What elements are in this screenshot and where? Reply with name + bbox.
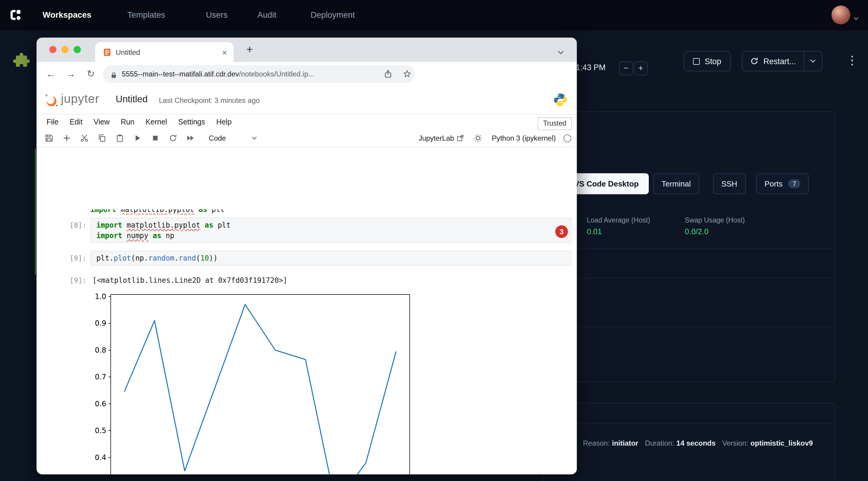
kernel-name[interactable]: Python 3 (ipykernel) bbox=[492, 134, 556, 142]
zoom-in-button[interactable]: + bbox=[634, 62, 648, 75]
nav-users[interactable]: Users bbox=[206, 10, 228, 19]
puzzle-icon bbox=[12, 51, 30, 71]
panel-divider bbox=[544, 327, 834, 327]
ssh-button[interactable]: SSH bbox=[713, 173, 746, 194]
menu-run[interactable]: Run bbox=[115, 118, 140, 126]
cell-type-dropdown[interactable]: Code bbox=[209, 134, 257, 142]
code-cell-input[interactable]: import matplotlib.pyplot as plt import n… bbox=[90, 217, 571, 243]
share-icon[interactable] bbox=[384, 70, 392, 81]
lock-icon[interactable] bbox=[111, 71, 117, 81]
open-jupyterlab-link[interactable]: JupyterLab bbox=[418, 134, 464, 142]
restart-kernel-icon[interactable] bbox=[167, 132, 179, 144]
back-button[interactable]: ← bbox=[44, 67, 58, 81]
load-average-value: 0.01 bbox=[587, 227, 602, 236]
restart-split-button: Restart... bbox=[742, 51, 823, 71]
menu-settings[interactable]: Settings bbox=[173, 118, 211, 126]
ports-button[interactable]: Ports 7 bbox=[756, 173, 809, 194]
svg-text:1.0: 1.0 bbox=[95, 292, 106, 301]
reload-button[interactable]: ↻ bbox=[84, 67, 97, 81]
settings-gear-icon[interactable] bbox=[472, 132, 484, 144]
code-cell-input[interactable]: plt.plot(np.random.rand(10)) bbox=[90, 251, 571, 266]
swap-usage-label: Swap Usage (Host) bbox=[685, 217, 745, 224]
browser-toolbar: ← → ↻ 5555--main--test--matifali.atif.cd… bbox=[37, 62, 577, 86]
swap-usage-value: 0.0/2.0 bbox=[685, 227, 708, 236]
bookmark-star-icon[interactable] bbox=[403, 70, 411, 81]
kernel-status-icon bbox=[564, 134, 571, 142]
jupyterlab-label: JupyterLab bbox=[418, 134, 454, 142]
user-avatar[interactable] bbox=[831, 5, 850, 24]
restart-workspace-button[interactable]: Restart... bbox=[742, 52, 804, 71]
tab-close-icon[interactable]: × bbox=[222, 47, 227, 57]
nav-deployment[interactable]: Deployment bbox=[310, 10, 355, 19]
build-reason: Reason:initiator bbox=[583, 439, 638, 447]
minimize-window-button[interactable] bbox=[61, 46, 69, 53]
collaborator-count-badge[interactable]: 3 bbox=[555, 225, 568, 238]
notebook-title[interactable]: Untitled bbox=[116, 94, 148, 105]
paste-cell-icon[interactable] bbox=[113, 132, 126, 144]
menu-help[interactable]: Help bbox=[211, 118, 237, 126]
restart-icon bbox=[750, 57, 758, 65]
external-link-icon bbox=[457, 134, 464, 141]
run-cell-icon[interactable] bbox=[131, 132, 143, 144]
browser-tab[interactable]: Untitled × bbox=[95, 42, 234, 62]
load-average-label: Load Average (Host) bbox=[587, 217, 650, 224]
copy-cell-icon[interactable] bbox=[96, 132, 108, 144]
nav-workspaces[interactable]: Workspaces bbox=[42, 10, 91, 19]
code-line-2: plt.plot(np.random.rand(10)) bbox=[96, 253, 565, 263]
new-tab-button[interactable]: + bbox=[242, 41, 258, 57]
restart-options-chevron-icon[interactable] bbox=[804, 52, 822, 71]
output-text: [<matplotlib.lines.Line2D at 0x7fd03f191… bbox=[92, 275, 287, 286]
build-info-row: Reason:initiator Duration:14 seconds Ver… bbox=[583, 439, 813, 447]
svg-text:0.8: 0.8 bbox=[95, 346, 106, 354]
maximize-window-button[interactable] bbox=[73, 46, 81, 53]
svg-text:0.5: 0.5 bbox=[95, 426, 106, 435]
tab-search-chevron-icon[interactable] bbox=[558, 47, 564, 57]
workspace-menu-icon[interactable]: ⋮ bbox=[846, 54, 858, 67]
notebook-header: jupyter Untitled Last Checkpoint: 3 minu… bbox=[37, 86, 577, 115]
browser-content: jupyter Untitled Last Checkpoint: 3 minu… bbox=[37, 86, 577, 474]
clipped-cell-above: import matplotlib.pyplot as plt bbox=[90, 209, 571, 215]
jupyter-logo bbox=[44, 92, 59, 110]
nav-audit[interactable]: Audit bbox=[257, 10, 276, 19]
svg-text:0.4: 0.4 bbox=[95, 453, 106, 462]
jupyter-wordmark: jupyter bbox=[61, 92, 99, 106]
menu-file[interactable]: File bbox=[41, 118, 64, 126]
coder-logo[interactable] bbox=[8, 8, 23, 24]
vscode-desktop-label: VS Code Desktop bbox=[574, 179, 639, 188]
panel-divider bbox=[544, 248, 834, 249]
cut-cell-icon[interactable] bbox=[78, 132, 90, 144]
svg-text:0.6: 0.6 bbox=[95, 400, 106, 408]
build-version: Version:optimistic_liskov9 bbox=[722, 439, 813, 447]
code-line-sliver: import matplotlib.pyplot as plt bbox=[90, 209, 571, 215]
close-window-button[interactable] bbox=[49, 46, 56, 53]
screen: Workspaces Templates Users Audit Deploym… bbox=[0, 0, 868, 481]
build-duration: Duration:14 seconds bbox=[645, 439, 715, 447]
add-cell-icon[interactable] bbox=[60, 132, 72, 144]
url-text: 5555--main--test--matifali.atif.cdr.dev/… bbox=[122, 70, 314, 78]
user-menu-chevron-icon[interactable] bbox=[853, 12, 859, 23]
stop-workspace-button[interactable]: Stop bbox=[684, 51, 731, 71]
notebook-menubar: File Edit View Run Kernel Settings Help … bbox=[37, 114, 577, 130]
terminal-button[interactable]: Terminal bbox=[653, 173, 699, 194]
address-bar[interactable]: 5555--main--test--matifali.atif.cdr.dev/… bbox=[103, 65, 415, 83]
top-nav: Workspaces Templates Users Audit Deploym… bbox=[0, 0, 868, 31]
tab-title: Untitled bbox=[116, 48, 222, 56]
zoom-out-button[interactable]: − bbox=[619, 62, 632, 75]
workspace-panel bbox=[542, 111, 835, 382]
trusted-button[interactable]: Trusted bbox=[537, 117, 572, 130]
run-all-cells-icon[interactable] bbox=[184, 132, 197, 144]
save-icon[interactable] bbox=[42, 132, 55, 144]
code-line-1b: import numpy as np bbox=[96, 230, 565, 241]
nav-templates[interactable]: Templates bbox=[127, 10, 165, 19]
forward-button[interactable]: → bbox=[64, 67, 78, 81]
python-logo bbox=[553, 92, 568, 109]
menu-kernel[interactable]: Kernel bbox=[140, 118, 173, 126]
output-prompt: [9]: bbox=[53, 275, 86, 286]
svg-text:0.7: 0.7 bbox=[95, 373, 106, 381]
menu-view[interactable]: View bbox=[88, 118, 115, 126]
interrupt-kernel-icon[interactable] bbox=[149, 132, 161, 144]
ssh-label: SSH bbox=[721, 179, 737, 188]
menu-edit[interactable]: Edit bbox=[64, 118, 88, 126]
code-line-1a: import matplotlib.pyplot as plt bbox=[96, 220, 565, 230]
svg-text:0.9: 0.9 bbox=[95, 319, 106, 327]
